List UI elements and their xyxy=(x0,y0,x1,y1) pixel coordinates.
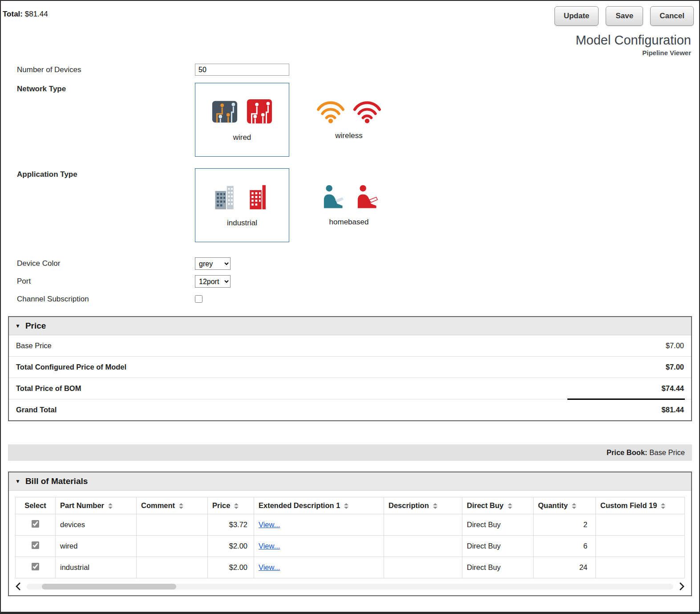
cancel-button[interactable]: Cancel xyxy=(650,6,694,26)
view-link[interactable]: View... xyxy=(259,520,280,529)
application-option-homebased-label: homebased xyxy=(329,218,369,227)
sort-icon[interactable] xyxy=(572,503,576,509)
bom-row-select-checkbox[interactable] xyxy=(32,563,39,570)
bom-header-row: Select Part Number Comment Price Extende xyxy=(16,497,685,514)
sort-icon[interactable] xyxy=(179,503,183,509)
channel-subscription-checkbox[interactable] xyxy=(195,295,202,303)
price-row-value: $81.44 xyxy=(662,406,684,414)
bom-cell-description xyxy=(384,557,462,578)
bom-col-quantity-label: Quantity xyxy=(538,501,568,509)
title-block: Model Configuration Pipeline Viewer xyxy=(1,33,699,57)
sort-icon[interactable] xyxy=(344,503,348,509)
price-panel: ▼ Price Base Price $7.00 Total Configure… xyxy=(8,316,692,421)
table-row: wired $2.00 View... Direct Buy 6 xyxy=(16,536,685,557)
sort-icon[interactable] xyxy=(508,503,512,509)
price-row-grand-total: Grand Total $81.44 xyxy=(9,399,691,420)
scroll-right-icon[interactable] xyxy=(679,582,685,591)
action-buttons: Update Save Cancel xyxy=(554,6,694,26)
sort-icon[interactable] xyxy=(108,503,113,509)
bom-col-direct-buy-label: Direct Buy xyxy=(467,501,504,509)
bom-table-wrap: Select Part Number Comment Price Extende xyxy=(15,497,685,578)
device-color-select[interactable]: grey xyxy=(195,257,231,270)
price-row-bom: Total Price of BOM $74.44 xyxy=(9,378,691,399)
network-option-wireless-label: wireless xyxy=(335,131,362,140)
collapse-triangle-icon: ▼ xyxy=(15,478,20,484)
bom-col-price-label: Price xyxy=(212,501,230,509)
port-label: Port xyxy=(1,275,195,286)
number-of-devices-row: Number of Devices xyxy=(1,64,699,76)
bom-table: Select Part Number Comment Price Extende xyxy=(15,497,685,578)
update-button[interactable]: Update xyxy=(554,6,599,26)
bom-cell-direct-buy: Direct Buy xyxy=(462,536,534,557)
price-row-label: Total Price of BOM xyxy=(16,384,81,393)
bom-cell-custom-field-19 xyxy=(596,536,685,557)
bom-col-comment[interactable]: Comment xyxy=(137,497,208,514)
wifi-red-icon xyxy=(352,99,382,123)
total-value: $81.44 xyxy=(25,10,48,18)
configuration-form: Number of Devices Network Type xyxy=(1,64,699,304)
bom-col-comment-label: Comment xyxy=(141,501,175,509)
sort-icon[interactable] xyxy=(234,503,239,509)
bom-col-price[interactable]: Price xyxy=(208,497,254,514)
price-row-base: Base Price $7.00 xyxy=(9,335,691,357)
person-laptop-teal-icon xyxy=(319,184,345,210)
bom-cell-part-number: industrial xyxy=(56,557,137,578)
bom-panel: ▼ Bill of Materials Select Part Number xyxy=(8,472,692,596)
page-title: Model Configuration xyxy=(1,33,691,48)
bom-cell-part-number: devices xyxy=(56,514,137,536)
price-row-configured: Total Configured Price of Model $7.00 xyxy=(9,357,691,378)
bom-panel-header[interactable]: ▼ Bill of Materials xyxy=(9,472,691,491)
wireless-icons xyxy=(316,99,382,123)
number-of-devices-input[interactable] xyxy=(195,64,289,76)
bom-col-part-number-label: Part Number xyxy=(60,501,104,509)
port-row: Port 12port xyxy=(1,275,699,288)
application-type-row: Application Type xyxy=(1,168,699,242)
bom-cell-comment xyxy=(137,514,208,536)
bom-cell-custom-field-19 xyxy=(596,557,685,578)
collapse-triangle-icon: ▼ xyxy=(15,323,20,329)
sort-icon[interactable] xyxy=(433,503,437,509)
network-option-wired[interactable]: wired xyxy=(195,83,289,157)
circuit-board-grey-icon xyxy=(211,98,239,125)
save-button[interactable]: Save xyxy=(606,6,643,26)
bom-col-description-label: Description xyxy=(388,501,429,509)
scroll-left-icon[interactable] xyxy=(15,582,21,591)
application-option-industrial[interactable]: industrial xyxy=(195,168,289,242)
channel-subscription-row: Channel Subscription xyxy=(1,293,699,304)
price-row-value: $74.44 xyxy=(662,384,684,393)
price-row-label: Base Price xyxy=(16,342,52,350)
bom-cell-quantity: 2 xyxy=(534,514,596,536)
bom-col-description[interactable]: Description xyxy=(384,497,462,514)
homebased-icons xyxy=(319,184,379,210)
number-of-devices-label: Number of Devices xyxy=(1,64,195,74)
scrollbar-thumb[interactable] xyxy=(42,584,176,590)
view-link[interactable]: View... xyxy=(259,563,280,571)
view-link[interactable]: View... xyxy=(259,542,280,550)
price-panel-header[interactable]: ▼ Price xyxy=(9,317,691,335)
network-option-wireless[interactable]: wireless xyxy=(302,83,396,157)
port-select[interactable]: 12port xyxy=(195,275,231,288)
horizontal-scrollbar xyxy=(9,578,691,595)
scrollbar-track[interactable] xyxy=(27,584,673,590)
price-panel-title: Price xyxy=(25,321,46,331)
bom-col-part-number[interactable]: Part Number xyxy=(56,497,137,514)
bom-col-quantity[interactable]: Quantity xyxy=(534,497,596,514)
device-color-row: Device Color grey xyxy=(1,257,699,270)
price-row-value: $7.00 xyxy=(666,342,684,350)
circuit-board-red-icon xyxy=(246,98,273,125)
bom-col-custom-field-19[interactable]: Custom Field 19 xyxy=(596,497,685,514)
price-book-bar: Price Book: Base Price xyxy=(8,444,692,461)
bom-cell-description xyxy=(384,536,462,557)
bom-col-extended-description-1[interactable]: Extended Description 1 xyxy=(254,497,384,514)
bom-row-select-checkbox[interactable] xyxy=(32,541,39,549)
bom-panel-title: Bill of Materials xyxy=(25,476,88,486)
industrial-icons xyxy=(212,183,272,211)
bom-row-select-checkbox[interactable] xyxy=(32,520,39,528)
bom-cell-direct-buy: Direct Buy xyxy=(462,514,534,536)
bom-cell-direct-buy: Direct Buy xyxy=(462,557,534,578)
sort-icon[interactable] xyxy=(661,503,665,509)
bom-col-direct-buy[interactable]: Direct Buy xyxy=(462,497,534,514)
application-option-homebased[interactable]: homebased xyxy=(302,168,396,242)
bom-cell-price: $2.00 xyxy=(208,557,254,578)
bom-cell-description xyxy=(384,514,462,536)
